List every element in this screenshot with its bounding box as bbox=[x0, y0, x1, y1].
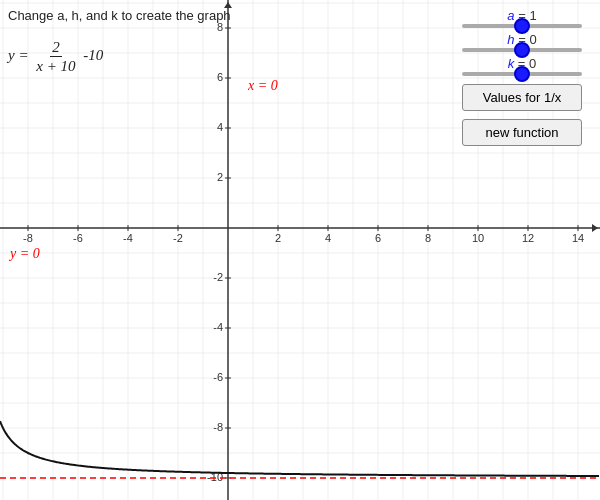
formula-box: y = 2 x + 10 -10 bbox=[8, 38, 103, 75]
main-container: Change a, h, and k to create the graph y… bbox=[0, 0, 600, 500]
h-slider[interactable] bbox=[462, 48, 582, 52]
suffix: -10 bbox=[83, 47, 103, 63]
k-slider-row: k = 0 bbox=[457, 56, 587, 76]
numerator: 2 bbox=[50, 38, 62, 57]
y-prefix: y = bbox=[8, 47, 32, 63]
a-slider[interactable] bbox=[462, 24, 582, 28]
values-button[interactable]: Values for 1/x bbox=[462, 84, 582, 111]
denominator: x + 10 bbox=[34, 57, 77, 75]
new-function-button[interactable]: new function bbox=[462, 119, 582, 146]
y-asymptote-label: y = 0 bbox=[10, 246, 40, 262]
formula-text: y = 2 x + 10 -10 bbox=[8, 47, 103, 63]
h-slider-row: h = 0 bbox=[457, 32, 587, 52]
controls-panel: a = 1 h = 0 k = 0 Values for 1/x new fun… bbox=[452, 8, 592, 146]
a-slider-row: a = 1 bbox=[457, 8, 587, 28]
instruction-text: Change a, h, and k to create the graph bbox=[8, 8, 231, 23]
k-slider[interactable] bbox=[462, 72, 582, 76]
fraction: 2 x + 10 bbox=[34, 38, 77, 75]
x-asymptote-label: x = 0 bbox=[248, 78, 278, 94]
